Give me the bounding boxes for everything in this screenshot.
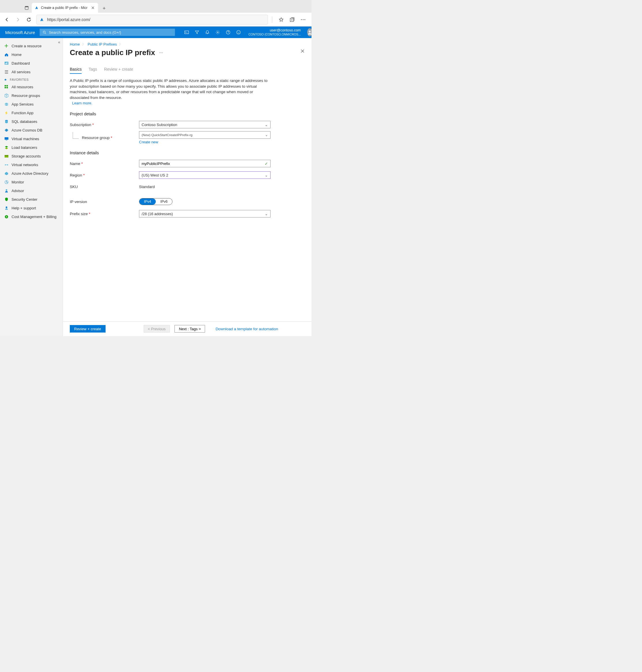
sidebar-cost[interactable]: $Cost Management + Billing	[0, 212, 63, 221]
region-select[interactable]: (US) West US 2⌄	[139, 171, 271, 179]
section-project-details: Project details	[70, 112, 305, 116]
browser-toolbar: https://portal.azure.com/	[0, 13, 311, 27]
vm-icon	[4, 137, 9, 141]
svg-point-11	[237, 30, 241, 34]
breadcrumb: Home 〉 Public IP Prefixes 〉	[63, 38, 311, 48]
back-button[interactable]	[3, 16, 10, 23]
crumb-home[interactable]: Home	[70, 42, 80, 47]
sidebar-security[interactable]: Security Center	[0, 195, 63, 204]
favorites-header: ★FAVORITES	[0, 76, 63, 82]
create-new-link[interactable]: Create new	[139, 140, 158, 144]
tab-tags[interactable]: Tags	[89, 67, 97, 74]
learn-more-link[interactable]: Learn more.	[72, 101, 305, 105]
sidebar-all-services[interactable]: All services	[0, 67, 63, 76]
global-search[interactable]	[39, 28, 175, 36]
list-icon	[4, 69, 9, 74]
favorite-icon[interactable]	[279, 17, 284, 22]
svg-rect-28	[4, 137, 8, 139]
sidebar-aad[interactable]: Azure Active Directory	[0, 169, 63, 178]
check-icon: ✓	[265, 161, 268, 166]
sidebar-vms[interactable]: Virtual machines	[0, 134, 63, 143]
svg-rect-18	[7, 62, 7, 64]
tab-title: Create a public IP prefix - Micr	[41, 6, 88, 10]
browser-tab-active[interactable]: Create a public IP prefix - Micr	[32, 3, 98, 13]
sidebar-resource-groups[interactable]: Resource groups	[0, 91, 63, 100]
more-actions-icon[interactable]: ⋯	[159, 51, 164, 55]
azure-icon	[39, 17, 44, 22]
close-blade-button[interactable]	[300, 49, 305, 53]
collapse-sidebar-icon[interactable]: «	[58, 40, 60, 44]
sidebar-all-resources[interactable]: All resources	[0, 82, 63, 91]
azure-header: Microsoft Azure user@contoso.com CONTOSO…	[0, 27, 311, 38]
cloud-shell-icon[interactable]	[184, 30, 189, 35]
sidebar-vnet[interactable]: Virtual networks	[0, 160, 63, 169]
bolt-icon	[4, 111, 9, 115]
url-text: https://portal.azure.com/	[47, 17, 90, 22]
crumb-prefixes[interactable]: Public IP Prefixes	[88, 42, 117, 47]
sidebar-sql[interactable]: SQL databases	[0, 117, 63, 126]
chevron-down-icon: ⌄	[265, 173, 268, 177]
svg-rect-20	[7, 85, 8, 86]
sidebar-storage[interactable]: Storage accounts	[0, 152, 63, 160]
pill-ipv6[interactable]: IPv6	[156, 198, 172, 205]
wizard-footer: Review + create < Previous Next : Tags >…	[63, 321, 311, 336]
download-template-link[interactable]: Download a template for automation	[216, 327, 278, 331]
svg-rect-22	[7, 87, 8, 88]
wizard-tabs: Basics Tags Review + create	[63, 59, 311, 74]
help-icon[interactable]	[226, 30, 230, 35]
previous-button: < Previous	[144, 325, 170, 333]
forward-button[interactable]	[14, 16, 21, 23]
svg-point-8	[217, 32, 218, 33]
search-input[interactable]	[49, 30, 172, 35]
sidebar-monitor[interactable]: Monitor	[0, 178, 63, 186]
avatar[interactable]	[307, 28, 311, 36]
sidebar-lb[interactable]: Load balancers	[0, 143, 63, 152]
sidebar-advisor[interactable]: Advisor	[0, 186, 63, 195]
notifications-icon[interactable]	[205, 30, 210, 35]
collections-icon[interactable]	[290, 17, 295, 22]
dashboard-icon	[4, 61, 9, 65]
svg-point-3	[301, 19, 302, 20]
tab-review[interactable]: Review + create	[104, 67, 133, 74]
prefix-size-select[interactable]: /28 (16 addresses)⌄	[139, 210, 271, 218]
label-prefix-size: Prefix size *	[70, 212, 139, 216]
globe-icon	[4, 102, 9, 106]
page-title: Create a public IP prefix	[70, 48, 155, 57]
svg-rect-19	[4, 85, 6, 86]
review-create-button[interactable]: Review + create	[70, 325, 105, 333]
svg-point-33	[7, 164, 8, 165]
tab-close-icon[interactable]	[91, 5, 95, 10]
sidebar-cosmos[interactable]: Azure Cosmos DB	[0, 126, 63, 134]
user-email: user@contoso.com	[248, 28, 301, 33]
next-button[interactable]: Next : Tags >	[175, 325, 205, 333]
sidebar-dashboard[interactable]: Dashboard	[0, 59, 63, 67]
sidebar-create-resource[interactable]: Create a resource	[0, 41, 63, 50]
name-input[interactable]: ✓	[139, 160, 271, 167]
sidebar-home[interactable]: Home	[0, 50, 63, 59]
sidebar-app-services[interactable]: App Services	[0, 100, 63, 108]
pinned-tab-icon[interactable]	[23, 3, 30, 13]
refresh-button[interactable]	[25, 16, 32, 23]
sidebar-function-app[interactable]: Function App	[0, 108, 63, 117]
svg-point-26	[5, 129, 8, 131]
browser-tab-strip: Create a public IP prefix - Micr +	[0, 0, 311, 13]
advisor-icon	[4, 188, 9, 193]
menu-icon[interactable]	[300, 19, 306, 21]
brand-label[interactable]: Microsoft Azure	[5, 30, 35, 35]
label-ip-version: IP version	[70, 199, 139, 204]
label-sku: SKU	[70, 184, 139, 189]
pill-ipv4[interactable]: IPv4	[139, 198, 156, 205]
description-text: A Public IP prefix is a range of contigu…	[70, 78, 272, 100]
feedback-icon[interactable]	[236, 30, 241, 35]
address-bar[interactable]: https://portal.azure.com/	[36, 15, 268, 25]
subscription-select[interactable]: Contoso Subscription⌄	[139, 121, 271, 128]
filter-icon[interactable]	[195, 30, 199, 35]
resource-group-select[interactable]: (New) QuickStartCreateIPPrefix-rg⌄	[139, 131, 271, 139]
sidebar-help[interactable]: Help + support	[0, 204, 63, 212]
sidebar: « Create a resource Home Dashboard All s…	[0, 38, 63, 336]
tab-basics[interactable]: Basics	[70, 67, 82, 74]
storage-icon	[4, 154, 9, 158]
new-tab-button[interactable]: +	[100, 4, 108, 13]
account-info[interactable]: user@contoso.com CONTOSO (CONTOSO.ONMICR…	[248, 28, 301, 36]
settings-icon[interactable]	[216, 30, 220, 35]
